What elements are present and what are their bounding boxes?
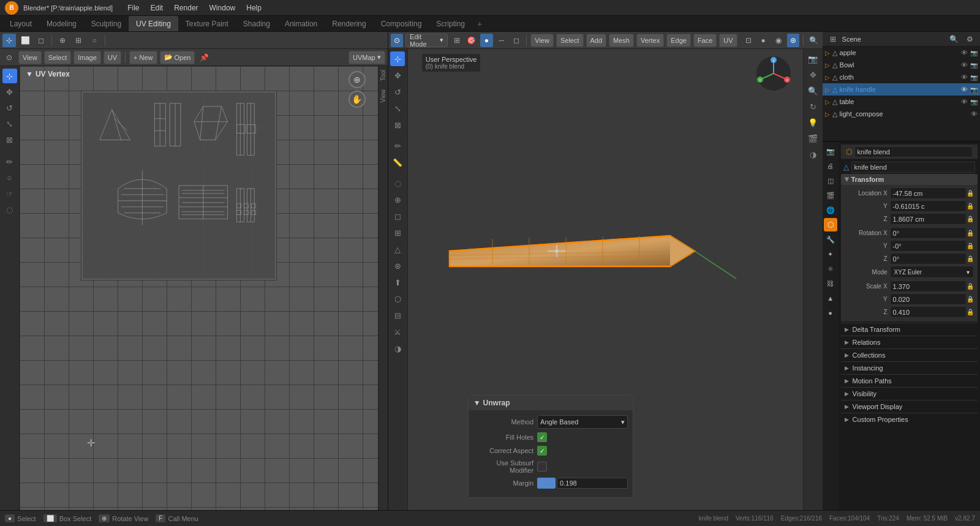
edge-button[interactable]: Edge [666,34,691,47]
prop-object-icon[interactable]: ⬡ [824,218,837,231]
instancing-section[interactable]: ▶ Instancing [841,361,978,374]
uv-relax-tool[interactable]: ◌ [2,202,17,217]
vp-right-scene-icon[interactable]: 🎬 [805,131,820,146]
uv-annotate-tool[interactable]: ✏ [2,154,17,169]
uv-select-box-icon[interactable]: ⬜ [18,34,32,47]
vp-loop-cut-tool[interactable]: ⊞ [390,225,405,240]
tab-texture-paint[interactable]: Texture Paint [178,16,236,31]
viewport-shading-solid-icon[interactable]: ● [757,34,769,47]
data-name-field[interactable]: knife blend [851,162,975,173]
uv-proportional-icon[interactable]: ○ [88,34,101,47]
prop-particles-icon[interactable]: ✦ [824,247,837,261]
vp-bisect-tool[interactable]: ⊟ [390,308,405,323]
knife-handle-eye-icon[interactable]: 👁 [961,86,968,93]
uv-select-tool[interactable]: ○ [2,170,17,185]
scene-obj-cloth[interactable]: ▷ △ cloth 👁 📷 [823,71,980,83]
scale-x-lock-icon[interactable]: 🔒 [967,283,974,290]
scale-z-field[interactable]: 0.410 [890,306,967,318]
vp-right-camera-icon[interactable]: 📷 [805,51,820,66]
uv-view-toggle[interactable]: ⊙ [2,51,16,64]
delta-transform-section[interactable]: ▶ Delta Transform [841,323,978,336]
mesh-button[interactable]: Mesh [609,34,634,47]
vp-poly-build-tool[interactable]: △ [390,242,405,257]
tab-compositing[interactable]: Compositing [374,16,429,31]
menu-edit[interactable]: Edit [146,2,168,13]
viewport-shading-mat-icon[interactable]: ◉ [772,34,784,47]
transform-section-header[interactable]: ▶ Transform [841,174,978,185]
vp-move-tool[interactable]: ✥ [390,68,405,83]
visibility-section[interactable]: ▶ Visibility [841,387,978,400]
scene-obj-table[interactable]: ▷ △ table 👁 📷 [823,96,980,108]
viewport-canvas[interactable]: ⊹ ✥ ↺ ⤡ ⊠ ✏ 📏 ◌ ⊕ ◻ ⊞ △ ⊛ ⬆ ⬡ ⊟ ⚔ ◑ [388,49,823,510]
outliner-filter-icon[interactable]: ⊞ [826,32,840,46]
location-x-lock-icon[interactable]: 🔒 [967,190,974,197]
uv-snap-icon[interactable]: ⊞ [72,34,85,47]
tab-scripting[interactable]: Scripting [429,16,472,31]
rotation-z-lock-icon[interactable]: 🔒 [967,255,974,262]
correct-aspect-checkbox[interactable]: ✓ [537,446,547,456]
tab-shading[interactable]: Shading [236,16,277,31]
new-image-button[interactable]: + New [129,51,157,64]
face-button[interactable]: Face [693,34,717,47]
tab-animation[interactable]: Animation [277,16,325,31]
vp-annotate-tool[interactable]: ✏ [390,138,405,153]
uv-cursor-tool[interactable]: ⊹ [2,69,17,83]
viewport-edge-select-icon[interactable]: ─ [496,34,508,47]
tab-modeling[interactable]: Modeling [39,16,84,31]
prop-data-icon[interactable]: ▲ [824,291,837,305]
prop-physics-icon[interactable]: ⚛ [824,262,837,276]
scene-obj-light[interactable]: ▷ △ light_compose 👁 [823,108,980,120]
apple-render-icon[interactable]: 📷 [970,50,978,56]
vp-edge-crease-tool[interactable]: ⊕ [390,192,405,207]
light-eye-icon[interactable]: 👁 [971,110,978,118]
scene-obj-bowl[interactable]: ▷ △ Bowl 👁 📷 [823,59,980,71]
prop-constraint-icon[interactable]: ⛓ [824,277,837,290]
add-button[interactable]: Add [586,34,607,47]
prop-view-layer-icon[interactable]: ◫ [824,174,837,187]
vp-knife-tool[interactable]: ⚔ [390,325,405,339]
vp-smooth-tool[interactable]: ◌ [390,176,405,190]
viewport-shading-render-icon[interactable]: ⊛ [787,34,799,47]
rotation-x-lock-icon[interactable]: 🔒 [967,230,974,236]
cloth-render-icon[interactable]: 📷 [970,74,978,81]
view-button[interactable]: View [530,34,554,47]
prop-world-icon[interactable]: 🌐 [824,203,837,217]
rotation-y-field[interactable]: -0° [890,240,967,252]
viewport-shading-wire-icon[interactable]: ⊡ [742,34,755,47]
cloth-eye-icon[interactable]: 👁 [961,73,968,81]
object-name-field[interactable]: knife blend [854,146,973,157]
vp-right-orbit-icon[interactable]: ↻ [805,99,820,114]
tab-uv-editing[interactable]: UV Editing [129,16,178,31]
viewport-display-section[interactable]: ▶ Viewport Display [841,400,978,413]
menu-window[interactable]: Window [205,2,241,13]
scale-y-lock-icon[interactable]: 🔒 [967,296,974,302]
vertex-button[interactable]: Vertex [636,34,664,47]
unwrap-header[interactable]: ▼ Unwrap [469,396,633,410]
vp-transform-tool[interactable]: ⊠ [390,118,405,132]
uv-mode-icon[interactable]: ⊹ [2,34,16,47]
vp-cursor-tool[interactable]: ⊹ [390,51,405,66]
viewport-mode-icon[interactable]: ⊙ [391,34,403,47]
knife-handle-render-icon[interactable]: 📷 [970,86,978,93]
scale-x-field[interactable]: 1.370 [890,280,967,292]
bowl-eye-icon[interactable]: 👁 [961,61,968,69]
motion-paths-section[interactable]: ▶ Motion Paths [841,374,978,387]
custom-properties-section[interactable]: ▶ Custom Properties [841,413,978,426]
tab-rendering[interactable]: Rendering [325,16,373,31]
margin-color-swatch[interactable] [537,478,556,489]
vp-scale-tool[interactable]: ⤡ [390,101,405,116]
uv-canvas[interactable]: ▼ UV Vertex ⊕ ✋ [20,66,378,510]
viewport-search-icon[interactable]: 🔍 [807,34,820,47]
uv-move-tool[interactable]: ✥ [2,85,17,99]
table-eye-icon[interactable]: 👁 [961,98,968,105]
vp-extrude-tool[interactable]: ⬆ [390,275,405,290]
scale-z-lock-icon[interactable]: 🔒 [967,309,974,315]
open-image-button[interactable]: 📂 Open [160,51,195,64]
vp-right-light-icon[interactable]: 💡 [805,115,820,130]
outliner-search-icon[interactable]: 🔍 [947,32,960,46]
uv-hand-circle[interactable]: ✋ [349,91,366,108]
rotation-mode-select[interactable]: XYZ Euler ▾ [890,266,974,278]
prop-material-icon[interactable]: ● [824,306,837,320]
vp-right-move-icon[interactable]: ✥ [805,67,820,82]
location-z-lock-icon[interactable]: 🔒 [967,216,974,222]
